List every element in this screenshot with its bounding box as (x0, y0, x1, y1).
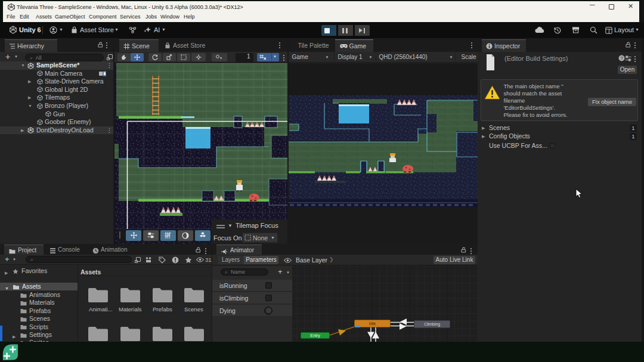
svg-text:?: ? (620, 55, 623, 61)
